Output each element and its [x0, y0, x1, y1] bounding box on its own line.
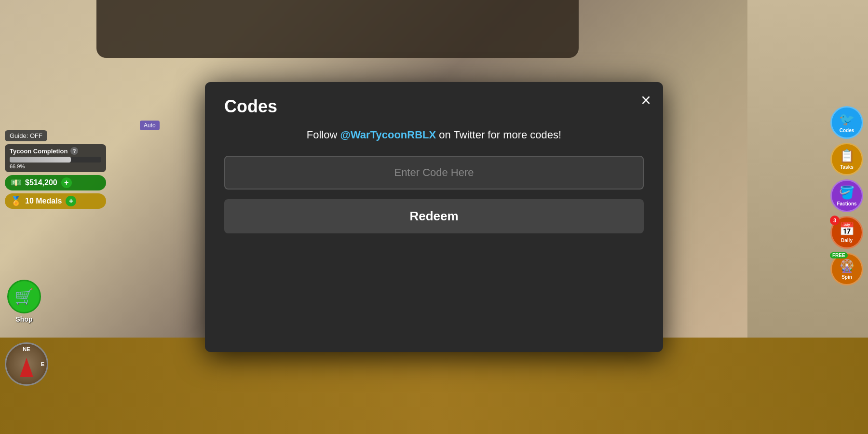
subtitle-after: on Twitter for more codes!	[436, 129, 561, 141]
modal-overlay: Codes × Follow @WarTycoonRBLX on Twitter…	[0, 0, 868, 434]
modal-title: Codes	[224, 96, 644, 117]
modal-subtitle: Follow @WarTycoonRBLX on Twitter for mor…	[224, 129, 644, 141]
codes-modal: Codes × Follow @WarTycoonRBLX on Twitter…	[205, 82, 663, 352]
twitter-handle: @WarTycoonRBLX	[340, 129, 436, 141]
modal-close-button[interactable]: ×	[641, 92, 651, 109]
redeem-button[interactable]: Redeem	[224, 199, 644, 233]
subtitle-before: Follow	[307, 129, 340, 141]
code-input[interactable]	[224, 156, 644, 190]
